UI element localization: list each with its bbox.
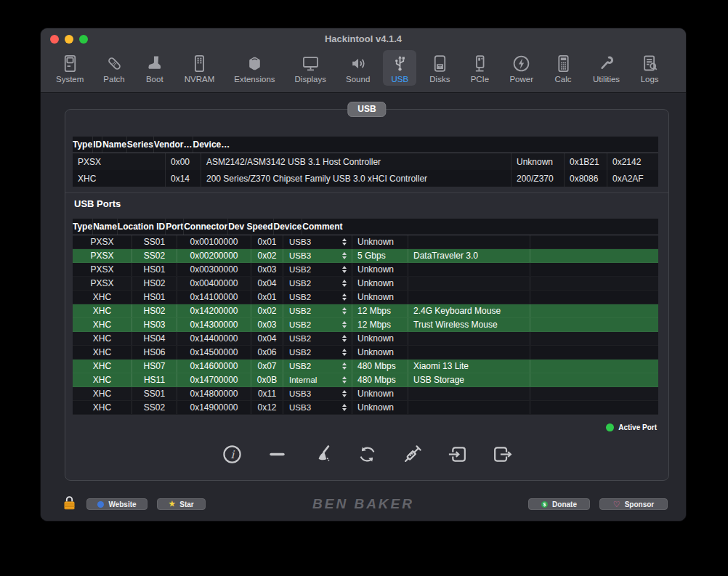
remove-button[interactable] [264, 441, 289, 467]
table-row[interactable]: PXSX SS01 0x00100000 0x01 USB3 Unknown [73, 235, 658, 249]
toolbar-item-extensions[interactable]: Extensions [227, 50, 281, 86]
cell-type: XHC [73, 318, 132, 331]
inject-button[interactable] [400, 441, 424, 467]
export-button[interactable] [490, 441, 514, 467]
bandage-icon [105, 54, 124, 73]
donate-button[interactable]: $ Donate [528, 498, 590, 510]
table-row[interactable]: PXSX 0x00 ASM2142/ASM3142 USB 3.1 Host C… [73, 153, 658, 170]
connector-dropdown[interactable]: USB3 [283, 249, 352, 262]
lock-button[interactable] [63, 495, 76, 514]
toolbar-item-pcie[interactable]: PCIe [463, 50, 496, 86]
import-button[interactable] [445, 441, 469, 467]
connector-dropdown[interactable]: USB2 [283, 277, 352, 290]
section-divider [65, 192, 668, 193]
toolbar-item-sound[interactable]: Sound [339, 50, 376, 86]
column-header[interactable]: Connector [184, 219, 228, 235]
table-row[interactable]: XHC HS01 0x14100000 0x01 USB2 Unknown [73, 291, 658, 304]
column-header[interactable]: Vendor… [154, 137, 193, 153]
titlebar[interactable]: Hackintool v4.1.4 [41, 28, 686, 49]
website-button[interactable]: Website [86, 498, 147, 510]
column-header[interactable]: Type [73, 137, 93, 153]
toolbar-item-usb[interactable]: USB [383, 50, 416, 86]
column-header[interactable]: Dev Speed [228, 219, 273, 235]
connector-dropdown[interactable]: USB2 [283, 318, 352, 331]
cell-port: 0x06 [251, 346, 283, 359]
connector-dropdown[interactable]: USB2 [283, 263, 352, 276]
calculator-icon [554, 54, 573, 73]
connector-dropdown[interactable]: USB3 [283, 387, 352, 400]
toolbar-item-system[interactable]: System [49, 50, 90, 86]
column-header[interactable]: Location ID [118, 219, 166, 235]
connector-dropdown[interactable]: USB2 [283, 304, 352, 317]
cell-port: 0x12 [251, 401, 283, 414]
cell-location-id: 0x14700000 [177, 373, 251, 386]
toolbar-item-boot[interactable]: Boot [138, 50, 171, 86]
connector-value: USB2 [289, 348, 311, 357]
table-row[interactable]: XHC HS06 0x14500000 0x06 USB2 Unknown [73, 346, 658, 360]
connector-dropdown[interactable]: Internal [283, 373, 352, 386]
toolbar-item-nvram[interactable]: NVRAM [178, 50, 222, 86]
table-row[interactable]: XHC HS11 0x14700000 0x0B Internal 480 Mb… [73, 373, 658, 387]
column-header[interactable]: Port [166, 219, 184, 235]
column-header[interactable]: Device [274, 219, 303, 235]
table-row[interactable]: XHC 0x14 200 Series/Z370 Chipset Family … [73, 170, 658, 187]
cell-dev-speed: Unknown [352, 401, 408, 414]
stepper-arrows-icon [342, 376, 347, 384]
cell-type: XHC [73, 332, 132, 345]
column-header[interactable]: Type [73, 219, 93, 235]
ports-header-row: TypeNameLocation IDPortConnectorDev Spee… [73, 219, 658, 235]
table-row[interactable]: PXSX SS02 0x00200000 0x02 USB3 5 Gbps Da… [73, 249, 658, 263]
cell-comment [530, 318, 658, 331]
table-row[interactable]: XHC HS07 0x14600000 0x07 USB2 480 Mbps X… [73, 360, 658, 373]
toolbar-item-disks[interactable]: Disks [423, 50, 456, 86]
cell-type: PXSX [73, 263, 132, 276]
toolbar-item-power[interactable]: Power [503, 50, 540, 86]
cell-series: Unknown [511, 153, 565, 170]
minimize-button[interactable] [65, 35, 73, 44]
connector-dropdown[interactable]: USB2 [283, 291, 352, 304]
toolbar-item-displays[interactable]: Displays [288, 50, 333, 86]
toolbar-item-utilities[interactable]: Utilities [586, 50, 626, 86]
toolbar-item-calc[interactable]: Calc [546, 50, 580, 86]
table-row[interactable]: PXSX HS01 0x00300000 0x03 USB2 Unknown [73, 263, 658, 277]
cell-comment [530, 291, 658, 304]
close-button[interactable] [50, 35, 59, 44]
sponsor-button[interactable]: ♡ Sponsor [599, 498, 668, 510]
toolbar-item-label: System [56, 75, 84, 84]
connector-dropdown[interactable]: USB3 [283, 401, 352, 414]
cell-port: 0x02 [251, 304, 283, 317]
table-row[interactable]: XHC HS03 0x14300000 0x03 USB2 12 Mbps Tr… [73, 318, 658, 332]
table-row[interactable]: XHC SS02 0x14900000 0x12 USB3 Unknown [73, 401, 658, 415]
table-row[interactable]: XHC HS04 0x14400000 0x04 USB2 Unknown [73, 332, 658, 346]
cell-dev-speed: Unknown [352, 332, 408, 345]
table-row[interactable]: PXSX HS02 0x00400000 0x04 USB2 Unknown [73, 277, 658, 291]
column-header[interactable]: Name [93, 219, 118, 235]
column-header[interactable]: Comment [302, 219, 342, 235]
column-header[interactable]: Name [102, 137, 127, 153]
connector-dropdown[interactable]: USB2 [283, 346, 352, 359]
table-row[interactable]: XHC HS02 0x14200000 0x02 USB2 12 Mbps 2.… [73, 304, 658, 318]
column-header[interactable]: ID [93, 137, 102, 153]
cell-name: HS04 [132, 332, 177, 345]
refresh-button[interactable] [355, 441, 379, 467]
connector-dropdown[interactable]: USB2 [283, 332, 352, 345]
toolbar-item-patch[interactable]: Patch [97, 50, 131, 86]
toolbar-item-logs[interactable]: Logs [633, 50, 666, 86]
star-button[interactable]: ★ Star [157, 498, 206, 510]
info-button[interactable]: i [219, 441, 244, 467]
website-icon [97, 501, 104, 508]
footer-bar: Website ★ Star BEN BAKER $ Donate ♡ Spon… [41, 490, 686, 519]
cell-type: XHC [73, 304, 132, 317]
cell-name: SS01 [132, 387, 177, 400]
column-header[interactable]: Series [127, 137, 154, 153]
connector-dropdown[interactable]: USB3 [283, 235, 352, 248]
stepper-arrows-icon [342, 252, 347, 259]
column-header[interactable]: Device… [193, 137, 230, 153]
connector-dropdown[interactable]: USB2 [283, 360, 352, 373]
table-row[interactable]: XHC SS01 0x14800000 0x11 USB3 Unknown [73, 387, 658, 401]
window-title: Hackintool v4.1.4 [41, 28, 686, 50]
zoom-button[interactable] [79, 35, 88, 44]
connector-value: USB2 [289, 293, 311, 301]
computer-icon [60, 54, 80, 73]
clean-button[interactable] [310, 441, 334, 467]
